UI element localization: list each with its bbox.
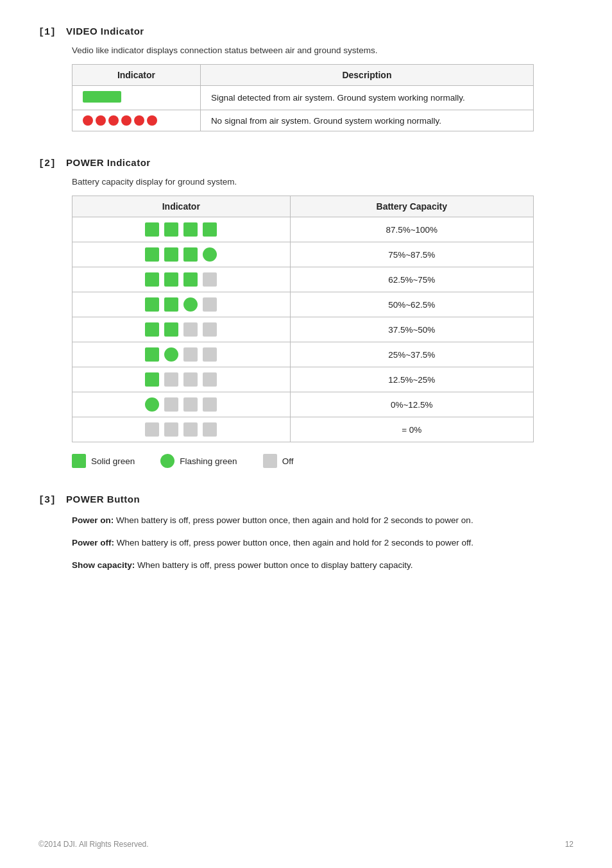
- legend-solid-label: Solid green: [91, 456, 135, 466]
- video-section-number: [1]: [38, 27, 56, 38]
- video-section-title: VIDEO Indicator: [66, 26, 144, 37]
- dot-6: [147, 115, 157, 126]
- square-1: [164, 222, 178, 237]
- square-1: [164, 322, 178, 337]
- table-row: 25%~37.5%: [72, 342, 534, 367]
- power-indicator-cell-6: [72, 367, 291, 392]
- video-indicator-section: [1] VIDEO Indicator Vedio like indicator…: [38, 26, 574, 131]
- power-button-section-number: [3]: [38, 495, 56, 506]
- battery-capacity-cell-0: 87.5%~100%: [290, 217, 533, 242]
- legend-flash: Flashing green: [160, 454, 237, 468]
- battery-capacity-cell-5: 25%~37.5%: [290, 342, 533, 367]
- square-1: [164, 247, 178, 262]
- square-3: [203, 272, 217, 287]
- power-on-label: Power on:: [72, 515, 114, 525]
- table-row: 0%~12.5%: [72, 392, 534, 417]
- legend-flash-label: Flashing green: [180, 456, 237, 466]
- power-indicator-cell-4: [72, 317, 291, 342]
- battery-capacity-cell-4: 37.5%~50%: [290, 317, 533, 342]
- legend-off: Off: [263, 454, 294, 468]
- battery-capacity-cell-3: 50%~62.5%: [290, 292, 533, 317]
- footer: ©2014 DJI. All Rights Reserved. 12: [38, 840, 574, 849]
- power-off-description: When battery is off, press power button …: [117, 538, 473, 547]
- table-row: 75%~87.5%: [72, 242, 534, 267]
- legend-solid: Solid green: [72, 454, 135, 468]
- legend-off-icon: [263, 454, 277, 468]
- show-capacity-text: Show capacity: When battery is off, pres…: [72, 558, 574, 573]
- square-2: [183, 222, 198, 237]
- squares-row: [83, 322, 280, 337]
- video-indicator-cell-dots: [72, 110, 201, 131]
- square-1: [164, 297, 178, 312]
- power-legend: Solid green Flashing green Off: [72, 454, 574, 468]
- power-on-description: When battery is off, press power button …: [116, 515, 473, 525]
- show-capacity-label: Show capacity:: [72, 560, 135, 570]
- squares-row: [83, 347, 280, 362]
- dots-indicator: [83, 115, 190, 126]
- dot-5: [134, 115, 144, 126]
- video-indicator-cell-rect: [72, 86, 201, 110]
- video-description-cell-1: Signal detected from air system. Ground …: [200, 86, 533, 110]
- power-button-section-header: [3] POWER Button: [38, 494, 574, 506]
- squares-row: [83, 297, 280, 312]
- square-1: [164, 422, 178, 437]
- square-1: [164, 347, 178, 362]
- square-1: [164, 372, 178, 387]
- footer-copyright: ©2014 DJI. All Rights Reserved.: [38, 840, 149, 849]
- square-0: [145, 322, 159, 337]
- legend-off-label: Off: [282, 456, 294, 466]
- table-row: No signal from air system. Ground system…: [72, 110, 534, 131]
- power-off-label: Power off:: [72, 538, 114, 547]
- table-row: 62.5%~75%: [72, 267, 534, 292]
- square-0: [145, 222, 159, 237]
- square-0: [145, 247, 159, 262]
- square-1: [164, 397, 178, 412]
- power-section-description: Battery capacity display for ground syst…: [72, 177, 574, 187]
- video-table-header-description: Description: [200, 65, 533, 86]
- squares-row: [83, 397, 280, 412]
- power-button-section: [3] POWER Button Power on: When battery …: [38, 494, 574, 573]
- footer-page: 12: [565, 840, 574, 849]
- battery-capacity-cell-7: 0%~12.5%: [290, 392, 533, 417]
- square-1: [164, 272, 178, 287]
- square-2: [183, 272, 198, 287]
- show-capacity-description: When battery is off, press power button …: [137, 560, 412, 570]
- video-section-header: [1] VIDEO Indicator: [38, 26, 574, 38]
- table-row: 87.5%~100%: [72, 217, 534, 242]
- square-2: [183, 397, 198, 412]
- square-3: [203, 247, 217, 262]
- squares-row: [83, 272, 280, 287]
- dot-2: [96, 115, 106, 126]
- power-indicator-cell-7: [72, 392, 291, 417]
- square-0: [145, 297, 159, 312]
- square-3: [203, 397, 217, 412]
- square-2: [183, 322, 198, 337]
- rect-indicator: [83, 91, 121, 103]
- power-indicator-cell-0: [72, 217, 291, 242]
- square-0: [145, 272, 159, 287]
- video-indicator-table: Indicator Description Signal detected fr…: [72, 64, 534, 131]
- dot-4: [121, 115, 132, 126]
- power-indicator-cell-1: [72, 242, 291, 267]
- squares-row: [83, 247, 280, 262]
- square-0: [145, 372, 159, 387]
- power-on-text: Power on: When battery is off, press pow…: [72, 513, 574, 528]
- power-section-number: [2]: [38, 158, 56, 169]
- square-2: [183, 297, 198, 312]
- square-0: [145, 422, 159, 437]
- legend-flash-icon: [160, 454, 174, 468]
- battery-capacity-cell-2: 62.5%~75%: [290, 267, 533, 292]
- video-description-cell-2: No signal from air system. Ground system…: [200, 110, 533, 131]
- video-table-header-indicator: Indicator: [72, 65, 201, 86]
- power-button-section-title: POWER Button: [66, 494, 140, 505]
- power-table-header-capacity: Battery Capacity: [290, 196, 533, 217]
- battery-capacity-cell-1: 75%~87.5%: [290, 242, 533, 267]
- power-indicator-cell-5: [72, 342, 291, 367]
- squares-row: [83, 222, 280, 237]
- power-off-text: Power off: When battery is off, press po…: [72, 536, 574, 551]
- table-row: 37.5%~50%: [72, 317, 534, 342]
- square-3: [203, 297, 217, 312]
- square-2: [183, 347, 198, 362]
- table-row: Signal detected from air system. Ground …: [72, 86, 534, 110]
- square-3: [203, 222, 217, 237]
